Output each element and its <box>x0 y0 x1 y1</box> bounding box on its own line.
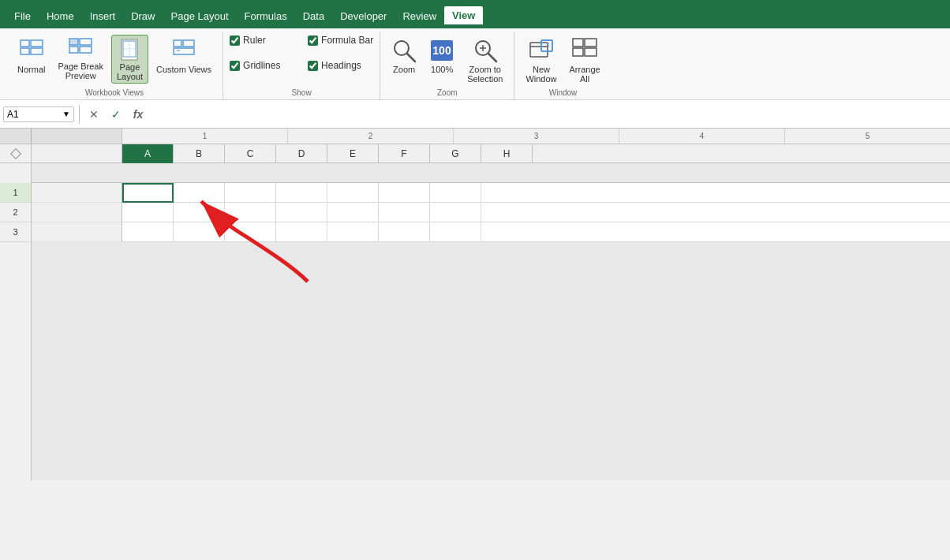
zoom-selection-icon <box>473 38 498 63</box>
ruler-tick-4: 4 <box>619 129 785 144</box>
btn-zoom-selection[interactable]: Zoom toSelection <box>462 35 507 84</box>
cancel-formula-btn[interactable]: ✕ <box>84 105 103 124</box>
row2-pre-spacer <box>32 203 122 222</box>
col-header-B[interactable]: B <box>174 144 225 163</box>
cell-D1[interactable] <box>276 183 327 203</box>
ribbon-group-content-zoom: Zoom 100 100% <box>387 32 507 87</box>
new-window-icon <box>529 38 554 63</box>
gridlines-checkbox[interactable] <box>230 61 240 71</box>
cell-H2[interactable] <box>481 203 950 222</box>
cell-G2[interactable] <box>430 203 481 222</box>
cell-C2[interactable] <box>225 203 276 222</box>
menu-bar: File Home Insert Draw Page Layout Formul… <box>0 3 950 28</box>
row-num-2[interactable]: 2 <box>0 203 31 222</box>
col-header-D[interactable]: D <box>276 144 327 163</box>
menu-insert[interactable]: Insert <box>82 7 124 25</box>
insert-function-btn[interactable]: fx <box>129 105 148 124</box>
col-header-E[interactable]: E <box>327 144 379 163</box>
confirm-formula-btn[interactable]: ✓ <box>107 105 125 124</box>
cell-D3[interactable] <box>276 222 327 242</box>
btn-zoom-100[interactable]: 100 100% <box>425 35 459 84</box>
cell-F3[interactable] <box>379 222 430 242</box>
check-formula-bar[interactable]: Formula Bar <box>308 35 373 46</box>
custom-views-icon <box>171 38 196 63</box>
cell-F1[interactable] <box>379 183 430 203</box>
btn-zoom[interactable]: Zoom <box>387 35 421 84</box>
cell-B1[interactable] <box>174 183 225 203</box>
col-header-A[interactable]: A <box>122 144 174 163</box>
ruler-left-area <box>32 129 122 144</box>
cell-F2[interactable] <box>379 203 430 222</box>
menu-review[interactable]: Review <box>395 7 444 25</box>
cell-G3[interactable] <box>430 222 481 242</box>
formula-bar-divider <box>79 105 80 124</box>
btn-new-window-label: NewWindow <box>525 65 556 84</box>
menu-formulas[interactable]: Formulas <box>237 7 295 25</box>
svg-rect-6 <box>80 39 92 45</box>
headings-checkbox[interactable] <box>308 61 318 71</box>
formula-bar-label: Formula Bar <box>321 35 373 46</box>
cell-E2[interactable] <box>327 203 379 222</box>
row-num-1[interactable]: 1 <box>0 183 31 203</box>
cell-A3[interactable] <box>122 222 174 242</box>
row-num-spacer <box>0 163 31 183</box>
svg-rect-13 <box>174 40 181 47</box>
btn-zoom-100-label: 100% <box>431 65 453 74</box>
ribbon-group-zoom: Zoom 100 100% <box>380 32 514 99</box>
btn-custom-views-label: Custom Views <box>156 65 211 74</box>
ribbon-group-label-views: Workbook Views <box>85 87 144 99</box>
col-header-F[interactable]: F <box>379 144 430 163</box>
svg-rect-36 <box>585 48 597 56</box>
check-headings[interactable]: Headings <box>308 60 373 71</box>
svg-line-18 <box>407 54 415 62</box>
btn-custom-views[interactable]: Custom Views <box>151 35 216 84</box>
btn-page-layout[interactable]: PageLayout <box>111 35 148 84</box>
ribbon-group-window: NewWindow ArrangeAll Window <box>514 32 611 99</box>
ruler-corner <box>0 129 32 144</box>
cell-B2[interactable] <box>174 203 225 222</box>
cell-G1[interactable] <box>430 183 481 203</box>
cell-H3[interactable] <box>481 222 950 242</box>
name-box[interactable]: A1 ▼ <box>3 106 74 122</box>
cell-reference: A1 <box>7 109 19 120</box>
svg-rect-1 <box>31 40 43 47</box>
cell-E1[interactable] <box>327 183 379 203</box>
cell-C1[interactable] <box>225 183 276 203</box>
formula-input[interactable] <box>151 107 947 121</box>
col-header-G[interactable]: G <box>430 144 481 163</box>
svg-rect-15 <box>174 48 194 54</box>
menu-data[interactable]: Data <box>295 7 332 25</box>
column-headers-row: A B C D E F G H <box>0 144 950 163</box>
cell-E3[interactable] <box>327 222 379 242</box>
cell-D2[interactable] <box>276 203 327 222</box>
col-header-H[interactable]: H <box>481 144 533 163</box>
col-header-C[interactable]: C <box>225 144 276 163</box>
row-num-3[interactable]: 3 <box>0 222 31 242</box>
page-layout-icon <box>117 39 142 61</box>
formula-bar-checkbox[interactable] <box>308 35 318 46</box>
ribbon-group-label-show: Show <box>292 87 312 99</box>
btn-normal[interactable]: Normal <box>13 35 50 84</box>
ribbon-group-workbook-views: Normal Page BreakPreview <box>6 32 223 99</box>
cell-C3[interactable] <box>225 222 276 242</box>
btn-page-break[interactable]: Page BreakPreview <box>53 35 107 84</box>
btn-arrange-all[interactable]: ArrangeAll <box>565 35 605 84</box>
menu-page-layout[interactable]: Page Layout <box>163 7 237 25</box>
svg-rect-34 <box>585 39 597 47</box>
btn-new-window[interactable]: NewWindow <box>521 35 561 84</box>
menu-file[interactable]: File <box>6 7 39 25</box>
cell-H1[interactable] <box>481 183 950 203</box>
cell-A2[interactable] <box>122 203 174 222</box>
svg-rect-3 <box>31 48 43 54</box>
ruler-checkbox[interactable] <box>230 35 240 46</box>
ruler-label: Ruler <box>243 35 266 46</box>
cell-B3[interactable] <box>174 222 225 242</box>
menu-view[interactable]: View <box>444 6 483 26</box>
spreadsheet-area: 1 2 3 4 5 A B C D E F G H 1 2 3 <box>0 129 950 480</box>
menu-draw[interactable]: Draw <box>123 7 163 25</box>
check-gridlines[interactable]: Gridlines <box>230 60 295 71</box>
check-ruler[interactable]: Ruler <box>230 35 295 46</box>
menu-home[interactable]: Home <box>39 7 82 25</box>
menu-developer[interactable]: Developer <box>332 7 395 25</box>
cell-A1[interactable] <box>122 183 174 203</box>
